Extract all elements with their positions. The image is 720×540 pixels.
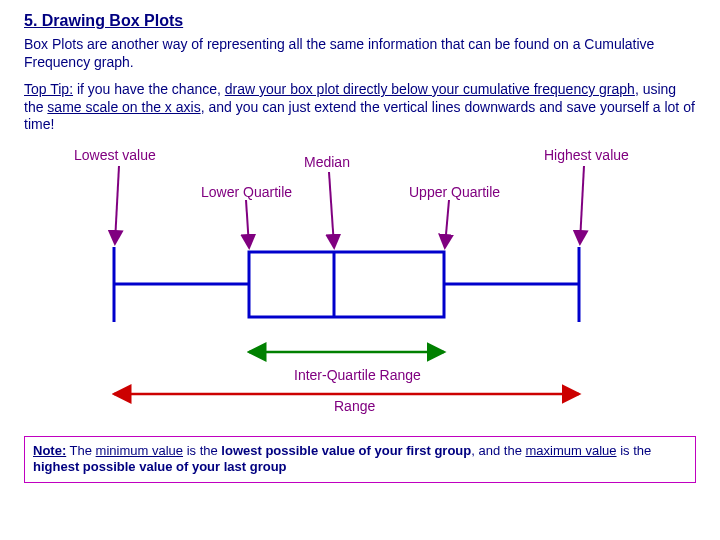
box bbox=[249, 252, 444, 317]
tip-underline-2: same scale on the x axis bbox=[47, 99, 200, 115]
note-box: Note: The minimum value is the lowest po… bbox=[24, 436, 696, 484]
label-highest-value: Highest value bbox=[544, 147, 629, 163]
note-seg-4: is the bbox=[617, 443, 652, 458]
arrow-lq bbox=[246, 200, 249, 246]
arrow-uq bbox=[445, 200, 449, 246]
arrow-lowest bbox=[115, 166, 119, 242]
intro-text: Box Plots are another way of representin… bbox=[24, 36, 696, 71]
page: 5. Drawing Box Plots Box Plots are anoth… bbox=[0, 0, 720, 540]
label-lower-quartile: Lower Quartile bbox=[201, 184, 292, 200]
label-iqr: Inter-Quartile Range bbox=[294, 367, 421, 383]
label-upper-quartile: Upper Quartile bbox=[409, 184, 500, 200]
tip-underline-1: draw your box plot directly below your c… bbox=[225, 81, 635, 97]
boxplot-diagram: Lowest value Median Highest value Lower … bbox=[24, 142, 696, 432]
note-u1: minimum value bbox=[96, 443, 183, 458]
label-range: Range bbox=[334, 398, 375, 414]
note-u2: maximum value bbox=[525, 443, 616, 458]
label-median: Median bbox=[304, 154, 350, 170]
label-lowest-value: Lowest value bbox=[74, 147, 156, 163]
top-tip: Top Tip: if you have the chance, draw yo… bbox=[24, 81, 696, 134]
boxplot-svg bbox=[24, 142, 696, 432]
note-seg-1: The bbox=[66, 443, 95, 458]
note-seg-3: , and the bbox=[471, 443, 525, 458]
tip-seg-1: if you have the chance, bbox=[73, 81, 225, 97]
section-title: 5. Drawing Box Plots bbox=[24, 12, 696, 30]
note-b2: highest possible value of your last grou… bbox=[33, 459, 287, 474]
note-seg-2: is the bbox=[183, 443, 221, 458]
note-b1: lowest possible value of your first grou… bbox=[221, 443, 471, 458]
arrow-median bbox=[329, 172, 334, 246]
arrow-highest bbox=[580, 166, 584, 242]
tip-label: Top Tip: bbox=[24, 81, 73, 97]
note-label: Note: bbox=[33, 443, 66, 458]
